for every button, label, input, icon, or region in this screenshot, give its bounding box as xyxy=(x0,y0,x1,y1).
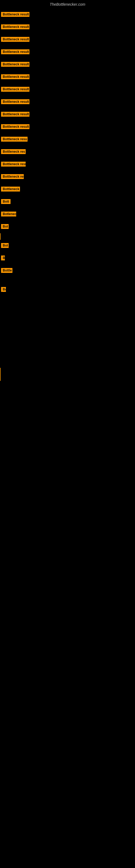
bottleneck-badge: Bott xyxy=(1,199,10,204)
bottleneck-badge: Bottleneck resu xyxy=(1,137,28,142)
bottleneck-badge: Bottle xyxy=(1,268,12,273)
list-item: Bottleneck result xyxy=(0,108,135,121)
bottleneck-badge: Bottleneck result xyxy=(1,50,30,54)
list-item: Bottleneck resu xyxy=(0,158,135,171)
list-item: B xyxy=(0,252,135,265)
list-item xyxy=(0,335,135,342)
list-item xyxy=(0,348,135,355)
bottleneck-badge: Bottleneck result xyxy=(1,24,30,29)
list-item: Bottleneck result xyxy=(0,121,135,133)
bottleneck-badge: Bottleneck result xyxy=(1,74,30,79)
list-item: Bottleneck result xyxy=(0,9,135,21)
bottleneck-badge: Bottleneck result xyxy=(1,37,30,42)
list-item xyxy=(0,374,135,381)
list-item xyxy=(0,368,135,374)
list-item: Bottle xyxy=(0,265,135,277)
list-item xyxy=(0,361,135,368)
list-item: Bot xyxy=(0,221,135,233)
bottleneck-badge: Bottleneck res xyxy=(1,149,26,154)
list-item xyxy=(0,303,135,309)
bottleneck-badge: Bottleneck result xyxy=(1,124,30,129)
list-item: Bottleneck result xyxy=(0,71,135,84)
list-item: Bo xyxy=(0,284,135,296)
bottleneck-badge: Bottleneck result xyxy=(1,112,30,117)
list-item xyxy=(0,233,135,240)
list-item xyxy=(0,277,135,284)
list-item xyxy=(0,316,135,322)
list-item: Bottleneck res xyxy=(0,171,135,183)
list-item xyxy=(0,355,135,361)
page-title: TheBottlenecker.com xyxy=(0,0,135,9)
list-item: Bottleneck result xyxy=(0,46,135,59)
list-item xyxy=(0,322,135,329)
list-item xyxy=(0,329,135,335)
list-item: Botlenec xyxy=(0,208,135,221)
bottleneck-badge: Bottleneck xyxy=(1,187,20,191)
list-item: Bottleneck result xyxy=(0,21,135,34)
bottleneck-badge: Bottleneck resu xyxy=(1,162,26,166)
bottleneck-badge: Bottleneck result xyxy=(1,12,30,17)
bottleneck-badge: B xyxy=(1,255,5,260)
list-item: Bottleneck result xyxy=(0,34,135,46)
list-item: Bot xyxy=(0,240,135,252)
list-item: Bottleneck resu xyxy=(0,133,135,146)
bottleneck-badge: Bottleneck result xyxy=(1,99,30,104)
left-bar-indicator xyxy=(0,368,1,374)
left-bar-indicator xyxy=(0,233,1,240)
list-item: Bott xyxy=(0,196,135,208)
bottleneck-badge: Bot xyxy=(1,224,9,229)
list-item: Bottleneck result xyxy=(0,84,135,96)
list-item: Bottleneck xyxy=(0,183,135,196)
list-item: Bottleneck res xyxy=(0,146,135,158)
bottleneck-badge: Bot xyxy=(1,243,9,248)
bottleneck-badge: Bottleneck res xyxy=(1,174,24,179)
left-bar-indicator xyxy=(0,374,1,381)
bottleneck-badge: Bo xyxy=(1,287,6,292)
list-item: Bottleneck result xyxy=(0,59,135,71)
list-item xyxy=(0,296,135,303)
bottleneck-badge: Bottleneck result xyxy=(1,62,30,67)
bottleneck-badge: Bottleneck result xyxy=(1,87,30,92)
bottleneck-badge: Botlenec xyxy=(1,212,16,216)
list-item: Bottleneck result xyxy=(0,96,135,108)
list-item xyxy=(0,342,135,348)
list-item xyxy=(0,309,135,316)
